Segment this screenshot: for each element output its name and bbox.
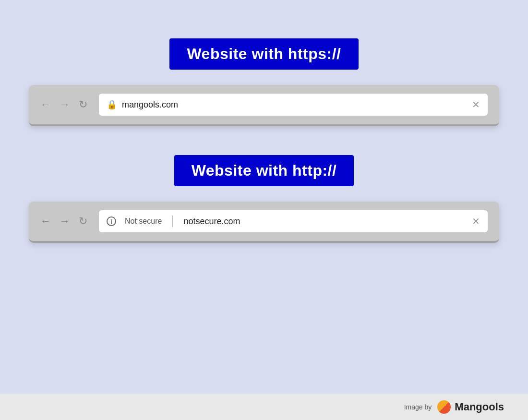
http-nav-buttons: ← → ↻ <box>40 215 87 228</box>
http-browser-bar-container: ← → ↻ i Not secure notsecure.com ✕ <box>29 202 499 243</box>
clear-button-http[interactable]: ✕ <box>472 216 480 227</box>
http-browser-bar: ← → ↻ i Not secure notsecure.com ✕ <box>40 210 488 232</box>
info-icon: i <box>107 216 116 226</box>
back-button-https[interactable]: ← <box>40 98 51 111</box>
clear-button-https[interactable]: ✕ <box>472 99 480 110</box>
http-section: Website with http:// ← → ↻ i Not secure … <box>0 155 528 243</box>
refresh-button-https[interactable]: ↻ <box>79 98 87 111</box>
back-button-http[interactable]: ← <box>40 215 51 228</box>
https-address-bar[interactable]: 🔒 mangools.com ✕ <box>99 94 488 116</box>
image-by-label: Image by <box>404 403 432 411</box>
https-browser-bar: ← → ↻ 🔒 mangools.com ✕ <box>40 94 488 116</box>
http-url: notsecure.com <box>183 216 467 227</box>
https-browser-bar-container: ← → ↻ 🔒 mangools.com ✕ <box>29 85 499 126</box>
refresh-button-http[interactable]: ↻ <box>79 215 87 228</box>
https-section: Website with https:// ← → ↻ 🔒 mangools.c… <box>0 38 528 126</box>
http-title: Website with http:// <box>174 155 354 186</box>
not-secure-label: Not secure <box>125 217 162 226</box>
address-separator <box>172 216 173 227</box>
forward-button-https[interactable]: → <box>60 98 70 111</box>
https-url: mangools.com <box>122 100 467 110</box>
lock-icon: 🔒 <box>107 99 117 110</box>
http-address-bar[interactable]: i Not secure notsecure.com ✕ <box>99 210 488 232</box>
main-content: Website with https:// ← → ↻ 🔒 mangools.c… <box>0 0 528 394</box>
footer: Image by Mangools <box>0 394 528 420</box>
https-nav-buttons: ← → ↻ <box>40 98 87 111</box>
mangools-brand: Mangools <box>455 401 504 413</box>
mangools-icon <box>437 400 451 414</box>
https-title: Website with https:// <box>169 38 358 70</box>
mangools-logo: Mangools <box>437 400 504 414</box>
forward-button-http[interactable]: → <box>60 215 70 228</box>
